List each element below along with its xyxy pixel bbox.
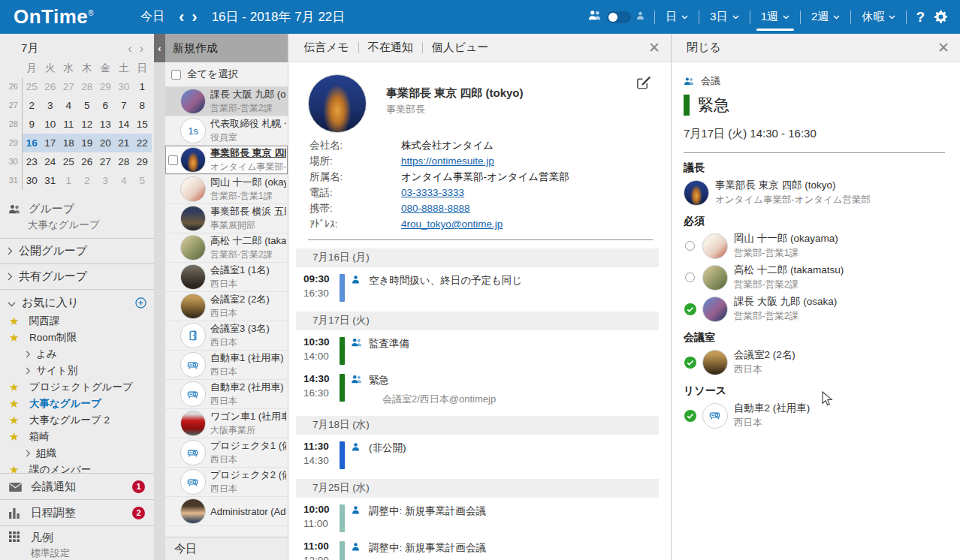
calendar-day[interactable]: 4	[115, 171, 134, 190]
attendee-item[interactable]: 課長 大阪 九郎 (osaka)営業部-営業2課	[684, 295, 945, 323]
close-button[interactable]: 閉じる	[687, 41, 721, 55]
list-item[interactable]: 会議室3 (3名)西日本	[165, 321, 288, 351]
list-item[interactable]: Administrator (Admin)	[165, 497, 288, 526]
today-button[interactable]: 今日	[140, 9, 165, 25]
calendar-prev-icon[interactable]: ‹	[128, 42, 131, 56]
calendar-day[interactable]: 25	[23, 77, 41, 96]
schedule-event[interactable]: 10:3014:00監査準備	[296, 333, 659, 369]
favorite-group-item[interactable]: ★Room制限	[0, 330, 154, 346]
favorite-group-item[interactable]: よみ	[0, 346, 154, 363]
schedule-event[interactable]: 11:0012:00調整中: 新規事業計画会議	[296, 537, 659, 560]
calendar-day[interactable]: 3	[41, 96, 60, 115]
attendee-item[interactable]: 事業部長 東京 四郎 (tokyo)オンタイム事業部-オンタイム営業部	[684, 179, 945, 206]
list-item[interactable]: 自動車2 (社用車)西日本	[165, 380, 288, 409]
calendar-day[interactable]: 17	[41, 134, 60, 152]
schedule-event[interactable]: 11:3014:30(非公開)	[296, 437, 659, 474]
calendar-day[interactable]: 20	[96, 134, 115, 152]
add-favorite-button[interactable]	[135, 297, 146, 309]
calendar-day[interactable]: 15	[133, 115, 152, 134]
calendar-day[interactable]: 28	[115, 152, 134, 171]
list-item[interactable]: 会議室1 (1名)西日本	[165, 263, 288, 292]
calendar-day[interactable]: 7	[115, 96, 134, 115]
row-checkbox[interactable]	[168, 155, 178, 165]
schedule-event[interactable]: 09:3016:30空き時間扱い、終日の予定も同じ	[296, 269, 659, 306]
calendar-day[interactable]: 11	[59, 115, 78, 134]
schedule-event[interactable]: 14:3016:30緊急会議室2/西日本@ontimejp	[296, 369, 659, 411]
attendee-item[interactable]: 自動車2 (社用車)西日本	[684, 402, 945, 429]
close-icon[interactable]: ✕	[648, 41, 660, 55]
group-person-toggle[interactable]	[587, 10, 645, 24]
today-footer-button[interactable]: 今日	[165, 537, 288, 560]
next-week-arrow-icon[interactable]: ›	[188, 10, 201, 25]
favorite-group-item[interactable]: ★大事なグループ	[0, 396, 154, 412]
calendar-day[interactable]: 23	[23, 152, 41, 171]
edit-icon[interactable]	[635, 74, 651, 93]
calendar-day[interactable]: 24	[41, 152, 60, 171]
calendar-day[interactable]: 30	[115, 77, 134, 96]
calendar-day[interactable]: 13	[96, 115, 115, 134]
calendar-day[interactable]: 26	[41, 77, 60, 96]
calendar-day[interactable]: 28	[78, 77, 97, 96]
favorite-group-item[interactable]: 組織	[0, 445, 154, 462]
contact-field-value[interactable]: 03-3333-3333	[401, 187, 671, 198]
list-item[interactable]: 岡山 十一郎 (okayama)営業部-営業1課	[165, 175, 288, 204]
collapse-column-button[interactable]: ‹	[154, 34, 165, 62]
calendar-day[interactable]: 22	[133, 134, 152, 152]
view-option-4[interactable]: 2週	[810, 0, 841, 34]
sidebar-footer-item[interactable]: 会議通知1	[0, 473, 154, 499]
favorite-group-item[interactable]: ★課のメンバー	[0, 462, 154, 473]
view-option-3[interactable]: 1週	[759, 0, 791, 34]
contact-field-value[interactable]: 4rou_tokyo@ontime.jp	[401, 218, 671, 230]
contact-field-value[interactable]: 080-8888-8888	[401, 203, 671, 214]
prev-week-arrow-icon[interactable]: ‹	[175, 10, 188, 25]
favorite-group-item[interactable]: サイト別	[0, 363, 154, 379]
calendar-day[interactable]: 30	[23, 171, 41, 190]
sidebar-item-public-groups[interactable]: 公開グループ	[0, 238, 154, 263]
calendar-day[interactable]: 10	[41, 115, 60, 134]
list-item[interactable]: プロジェクタ1 (備品)西日本	[165, 438, 288, 468]
calendar-day[interactable]: 4	[59, 96, 78, 115]
list-item[interactable]: 会議室2 (2名)西日本	[165, 292, 288, 321]
calendar-day[interactable]: 2	[78, 171, 97, 190]
new-entry-header[interactable]: 新規作成	[165, 34, 288, 62]
calendar-day[interactable]: 21	[115, 134, 134, 152]
view-option-1[interactable]: 日	[664, 0, 690, 34]
sidebar-item-shared-groups[interactable]: 共有グループ	[0, 263, 154, 289]
favorite-group-item[interactable]: ★大事なグループ 2	[0, 412, 154, 429]
calendar-day[interactable]: 27	[59, 77, 78, 96]
list-item[interactable]: 事業部長 東京 四郎 (tokyo)オンタイム事業部-オンタイム営業部	[165, 146, 288, 175]
tab-3[interactable]: 個人ビュー	[432, 41, 489, 55]
tab-1[interactable]: 伝言メモ	[303, 41, 349, 55]
calendar-day[interactable]: 18	[59, 134, 78, 152]
calendar-day[interactable]: 27	[96, 152, 115, 171]
calendar-day[interactable]: 5	[78, 96, 97, 115]
view-option-2[interactable]: 3日	[708, 0, 740, 34]
schedule-event[interactable]: 10:0011:00調整中: 新規事業計画会議	[296, 500, 659, 537]
list-item[interactable]: 自動車1 (社用車)西日本	[165, 351, 288, 380]
favorite-group-item[interactable]: ★箱崎	[0, 429, 154, 445]
sidebar-item-favorites[interactable]: お気に入り	[0, 289, 154, 313]
calendar-day[interactable]: 29	[96, 77, 115, 96]
contact-field-value[interactable]: https://ontimesuite.jp	[401, 155, 671, 167]
sidebar-footer-item[interactable]: 凡例標準設定	[0, 525, 154, 560]
list-item[interactable]: プロジェクタ2 (備品)西日本	[165, 468, 288, 497]
calendar-day[interactable]: 19	[78, 134, 97, 152]
list-item[interactable]: 1s代表取締役 札幌 一郎役員室	[165, 116, 288, 146]
calendar-day[interactable]: 26	[78, 152, 97, 171]
calendar-day[interactable]: 3	[96, 171, 115, 190]
settings-gear-icon[interactable]	[934, 10, 948, 24]
view-option-5[interactable]: 休暇	[860, 0, 897, 34]
calendar-day[interactable]: 25	[59, 152, 78, 171]
calendar-day[interactable]: 29	[133, 152, 152, 171]
help-button[interactable]: ?	[916, 9, 925, 26]
calendar-day[interactable]: 6	[96, 96, 115, 115]
list-item[interactable]: 高松 十二郎 (takamatsu)営業部-営業2課	[165, 233, 288, 263]
favorite-group-item[interactable]: ★関西課	[0, 313, 154, 330]
attendee-item[interactable]: 岡山 十一郎 (okayama)営業部-営業1課	[684, 232, 945, 260]
calendar-day[interactable]: 1	[133, 77, 152, 96]
attendee-item[interactable]: 会議室2 (2名)西日本	[684, 348, 945, 376]
list-item[interactable]: 課長 大阪 九郎 (osaka)営業部-営業2課	[165, 87, 288, 116]
list-item[interactable]: ワゴン車1 (社用車)大阪事業所	[165, 409, 288, 438]
calendar-day[interactable]: 14	[115, 115, 134, 134]
view-toggle-switch[interactable]	[607, 11, 631, 23]
